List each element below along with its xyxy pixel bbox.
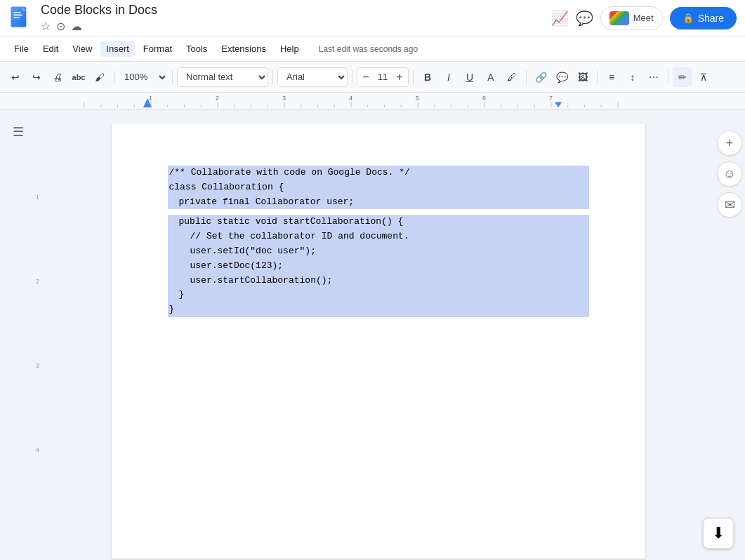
doc-area[interactable]: /** Collaborate with code on Google Docs… <box>42 109 714 560</box>
link-button[interactable]: 🔗 <box>531 67 550 87</box>
font-family-select[interactable]: Arial Times New Roman Courier New <box>277 67 348 87</box>
underline-button[interactable]: U <box>460 67 480 87</box>
assistant-button[interactable]: ⬇ <box>703 518 734 549</box>
code-line-8: user.startCollaboration(); <box>168 274 589 288</box>
code-line-0: /** Collaborate with code on Google Docs… <box>168 166 589 180</box>
font-size-decrease-button[interactable]: − <box>357 67 374 87</box>
toolbar-divider-3 <box>272 70 273 84</box>
italic-button[interactable]: I <box>439 67 459 87</box>
last-edit-status[interactable]: Last edit was seconds ago <box>319 44 418 54</box>
pen-mode-button[interactable]: ✏ <box>673 67 692 87</box>
text-color-button[interactable]: A <box>481 67 501 87</box>
outline-icon[interactable]: ☰ <box>10 124 27 140</box>
feedback-icon: ✉ <box>725 197 735 213</box>
assistant-icon: ⬇ <box>712 524 725 542</box>
margin-num-3: 3 <box>36 362 39 369</box>
bottom-right-area: ⬇ <box>703 518 734 549</box>
emoji-icon: ☺ <box>723 167 736 182</box>
spellcheck-button[interactable]: abc <box>69 67 88 87</box>
paragraph-style-select[interactable]: Normal text Heading 1 Heading 2 Title <box>177 67 268 87</box>
code-line-9: } <box>168 288 589 302</box>
main-layout: ☰ 1 2 3 4 /** Collaborate with code on G… <box>0 109 745 560</box>
menu-help[interactable]: Help <box>275 41 305 57</box>
toolbar: ↩ ↪ 🖨 abc 🖌 100% 75% 125% 150% Normal te… <box>0 62 745 93</box>
title-bar: Code Blocks in Docs ☆ ⊙ ☁ 📈 💬 Meet 🔒 Sha… <box>0 0 745 36</box>
toolbar-divider-1 <box>114 70 114 84</box>
line-spacing-button[interactable]: ↕ <box>623 67 642 87</box>
chart-icon-btn[interactable]: 📈 <box>551 10 569 27</box>
left-margin: ☰ 1 2 3 4 <box>0 109 42 560</box>
margin-num-4: 4 <box>36 446 39 453</box>
menu-insert[interactable]: Insert <box>100 41 135 57</box>
code-line-4: public static void startCollaboration() … <box>168 215 589 229</box>
ruler-canvas <box>0 93 745 109</box>
toolbar-divider-8 <box>668 70 668 84</box>
drive-icon[interactable]: ⊙ <box>56 20 65 33</box>
menu-bar: File Edit View Insert Format Tools Exten… <box>0 36 745 62</box>
menu-edit[interactable]: Edit <box>37 41 64 57</box>
text-color-icon: A <box>487 72 494 83</box>
meet-icon <box>609 11 629 25</box>
docs-icon <box>8 6 34 31</box>
toolbar-divider-7 <box>597 70 598 84</box>
highlight-button[interactable]: 🖊 <box>502 67 522 87</box>
bold-button[interactable]: B <box>418 67 437 87</box>
margin-num-1: 1 <box>36 194 39 201</box>
toolbar-divider-2 <box>172 70 173 84</box>
toolbar-divider-6 <box>526 70 527 84</box>
align-button[interactable]: ≡ <box>602 67 621 87</box>
comment-button[interactable]: 💬 <box>552 67 572 87</box>
share-button[interactable]: 🔒 Share <box>670 7 737 29</box>
title-icons: ☆ ⊙ ☁ <box>41 20 551 33</box>
toolbar-divider-4 <box>352 70 352 84</box>
code-line-2: private final Collaborator user; <box>168 195 589 210</box>
comment-icon-btn[interactable]: 💬 <box>576 10 593 27</box>
right-toolbar: + ☺ ✉ <box>714 109 745 560</box>
doc-title[interactable]: Code Blocks in Docs <box>41 3 551 18</box>
add-icon: + <box>726 136 734 151</box>
emoji-button[interactable]: ☺ <box>717 161 742 187</box>
print-button[interactable]: 🖨 <box>48 67 67 87</box>
svg-rect-2 <box>13 12 21 13</box>
lock-icon: 🔒 <box>683 13 694 23</box>
svg-rect-3 <box>13 14 22 15</box>
header-right: 📈 💬 Meet 🔒 Share <box>551 6 737 30</box>
code-line-10: } <box>168 302 589 317</box>
font-size-increase-button[interactable]: + <box>391 67 408 87</box>
menu-extensions[interactable]: Extensions <box>216 41 272 57</box>
font-size-value[interactable]: 11 <box>374 72 391 82</box>
code-block: /** Collaborate with code on Google Docs… <box>168 166 589 317</box>
menu-format[interactable]: Format <box>138 41 178 57</box>
menu-tools[interactable]: Tools <box>180 41 213 57</box>
code-line-1: class Collaboration { <box>168 180 589 195</box>
toolbar-divider-5 <box>413 70 414 84</box>
image-button[interactable]: 🖼 <box>573 67 593 87</box>
code-line-7: user.setDoc(123); <box>168 259 589 274</box>
undo-button[interactable]: ↩ <box>6 67 25 87</box>
menu-file[interactable]: File <box>8 41 34 57</box>
zoom-select[interactable]: 100% 75% 125% 150% <box>119 67 168 87</box>
code-line-5: // Set the collaborator ID and document. <box>168 229 589 244</box>
cloud-icon[interactable]: ☁ <box>71 20 82 33</box>
meet-label: Meet <box>633 13 654 23</box>
margin-num-2: 2 <box>36 278 39 285</box>
paint-format-button[interactable]: 🖌 <box>90 67 110 87</box>
menu-view[interactable]: View <box>67 41 98 57</box>
font-size-area: − 11 + <box>357 67 409 87</box>
doc-page: /** Collaborate with code on Google Docs… <box>112 124 645 559</box>
feedback-button[interactable]: ✉ <box>717 192 742 218</box>
code-line-6: user.setId("doc user"); <box>168 244 589 259</box>
share-label: Share <box>698 13 724 24</box>
title-area: Code Blocks in Docs ☆ ⊙ ☁ <box>41 3 551 33</box>
svg-rect-4 <box>13 17 20 18</box>
code-line-spacer <box>168 209 589 215</box>
meet-btn[interactable]: Meet <box>600 6 663 30</box>
more-options-button[interactable]: ⋯ <box>644 67 664 87</box>
expand-button[interactable]: ⊼ <box>694 67 713 87</box>
redo-button[interactable]: ↪ <box>27 67 46 87</box>
star-icon[interactable]: ☆ <box>41 20 51 33</box>
ruler <box>0 93 745 109</box>
add-button[interactable]: + <box>717 131 742 156</box>
